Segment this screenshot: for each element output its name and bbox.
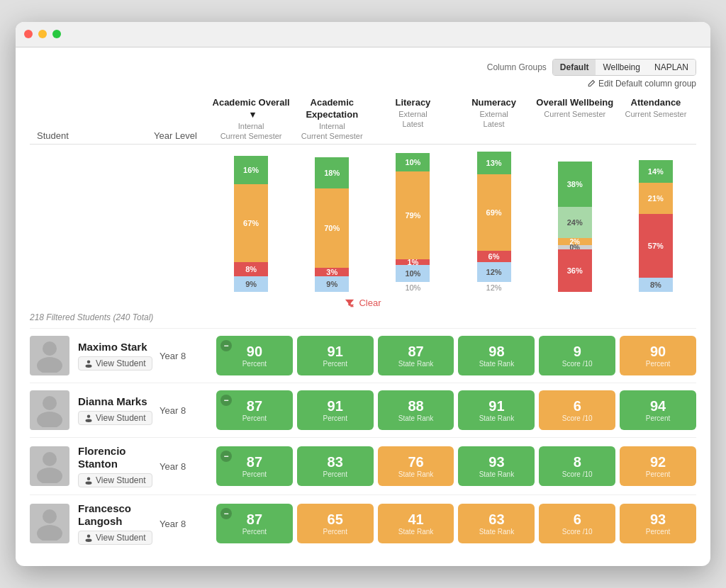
minus-badge: − — [220, 395, 232, 406]
minus-badge: − — [220, 340, 232, 351]
avatar — [30, 504, 69, 543]
bar-numeracy: 13% 69% 6% 12% 12% — [469, 152, 519, 292]
score-value: 83 — [328, 455, 343, 469]
score-cells: −87 Percent65 Percent41 State Rank63 Sta… — [216, 504, 696, 543]
bar-seg-lightblue-3: 12% — [477, 262, 511, 282]
student-info: Francesco Langosh View Student — [78, 502, 160, 545]
chevron-down-icon: ▾ — [250, 109, 255, 121]
maximize-button[interactable] — [52, 30, 61, 38]
view-student-button[interactable]: View Student — [78, 411, 152, 425]
svg-point-3 — [37, 357, 62, 373]
table-row: Francesco Langosh View Student Year 8−87… — [30, 494, 696, 552]
score-value: 41 — [408, 512, 423, 526]
score-value: 92 — [650, 455, 666, 469]
score-label: State Rank — [398, 528, 433, 536]
bar-bottom-label-2: 10% — [405, 283, 420, 292]
score-label: State Rank — [479, 470, 514, 478]
table-row: Maximo Stark View Student Year 8−90 Perc… — [30, 328, 696, 383]
view-student-button[interactable]: View Student — [78, 356, 152, 371]
cg-naplan-button[interactable]: NAPLAN — [647, 60, 696, 75]
table-header: Student Year Level Academic Overall ▾ In… — [30, 97, 696, 145]
score-cell: 6 Score /10 — [539, 504, 615, 543]
minimize-button[interactable] — [38, 30, 47, 38]
bar-stack-4: 38% 24% 2% 0% 36% — [558, 162, 592, 292]
col-header-numeracy: Numeracy External Latest — [454, 97, 535, 141]
data-columns-header: Academic Overall ▾ Internal Current Seme… — [211, 97, 696, 141]
score-label: Percent — [242, 360, 267, 368]
bar-seg-red-1: 3% — [315, 268, 349, 276]
year-level-value: Year 8 — [160, 405, 216, 416]
view-student-button[interactable]: View Student — [78, 473, 152, 487]
bar-seg-red-3: 6% — [477, 251, 511, 262]
avatar — [30, 446, 69, 486]
score-value: 8 — [574, 455, 581, 469]
column-groups-label: Column Groups — [487, 62, 547, 72]
person-icon — [84, 359, 93, 368]
app-window: Column Groups Default Wellbeing NAPLAN E… — [16, 22, 710, 566]
bar-seg-yellow-3: 69% — [477, 174, 511, 251]
score-label: Percent — [242, 414, 267, 422]
score-value: 87 — [247, 455, 262, 469]
svg-point-6 — [43, 396, 57, 410]
minus-badge: − — [220, 451, 232, 462]
score-value: 91 — [488, 399, 504, 413]
bar-stack-0: 16% 67% 8% 9% — [234, 156, 268, 292]
filter-clear-icon — [345, 298, 354, 308]
student-column-header: Student — [30, 130, 154, 141]
user-silhouette-icon — [35, 393, 64, 427]
bar-seg-red-4: 36% — [558, 249, 592, 292]
close-button[interactable] — [24, 30, 33, 38]
student-name: Florencio Stanton — [78, 445, 160, 470]
student-name: Dianna Marks — [78, 395, 160, 408]
score-label: Percent — [646, 470, 670, 478]
svg-point-5 — [86, 365, 92, 368]
bar-seg-red-2: 1% — [396, 259, 430, 265]
bar-bottom-label-3: 12% — [486, 283, 502, 292]
score-cells: −87 Percent91 Percent88 State Rank91 Sta… — [216, 390, 696, 430]
score-cell: 91 State Rank — [458, 390, 535, 430]
cg-wellbeing-button[interactable]: Wellbeing — [596, 60, 647, 75]
year-level-value: Year 8 — [160, 461, 216, 472]
score-value: 6 — [574, 512, 581, 526]
score-label: Percent — [646, 528, 670, 536]
score-label: Percent — [323, 360, 347, 368]
bar-attendance: 14% 21% 57% 8% — [631, 160, 681, 292]
score-label: State Rank — [398, 470, 433, 478]
svg-point-10 — [43, 452, 57, 466]
score-cell: 65 Percent — [297, 504, 374, 543]
person-icon — [84, 476, 93, 485]
user-silhouette-icon — [35, 449, 64, 483]
year-level-value: Year 8 — [160, 519, 216, 529]
score-cell: 9 Score /10 — [539, 336, 615, 375]
filter-clear-row[interactable]: Clear — [30, 295, 696, 312]
score-cells: −90 Percent91 Percent87 State Rank98 Sta… — [216, 336, 696, 375]
cg-default-button[interactable]: Default — [553, 60, 596, 75]
score-cell: 90 Percent — [620, 336, 696, 375]
score-value: 90 — [247, 344, 262, 358]
score-cell: 91 Percent — [297, 390, 374, 430]
bar-seg-green-5: 14% — [639, 160, 673, 183]
bar-seg-lightblue-2: 10% — [396, 265, 430, 282]
view-student-button[interactable]: View Student — [78, 531, 152, 545]
score-label: Percent — [646, 414, 670, 422]
bar-seg-yellow-0: 67% — [234, 184, 268, 262]
score-value: 76 — [408, 455, 423, 469]
score-cell: −87 Percent — [216, 504, 293, 543]
score-value: 87 — [247, 399, 262, 413]
score-value: 91 — [328, 344, 343, 358]
edit-column-group-link[interactable]: Edit Default column group — [30, 79, 696, 89]
student-info: Dianna Marks View Student — [78, 395, 160, 425]
year-level-column-header: Year Level — [154, 130, 211, 141]
score-label: State Rank — [398, 414, 433, 422]
titlebar — [16, 22, 710, 47]
bar-academic-expectation: 18% 70% 3% 9% — [307, 157, 357, 292]
svg-point-14 — [43, 509, 57, 524]
score-value: 91 — [328, 399, 343, 413]
bar-seg-green-0: 16% — [234, 156, 268, 184]
score-cell: 91 Percent — [297, 336, 374, 375]
student-name: Francesco Langosh — [78, 502, 160, 528]
pencil-icon — [587, 79, 596, 88]
score-value: 98 — [488, 344, 504, 358]
score-label: State Rank — [479, 360, 514, 368]
score-value: 65 — [328, 512, 343, 526]
